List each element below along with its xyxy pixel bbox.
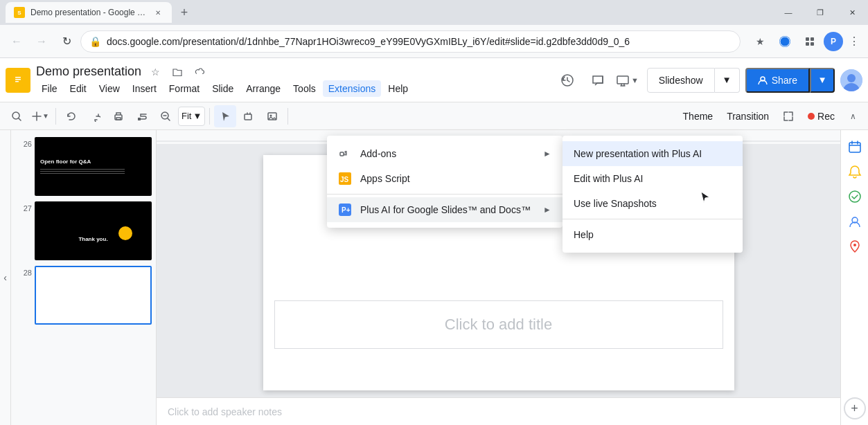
maximize-button[interactable]: ❐: [804, 0, 836, 25]
cloud-button[interactable]: [191, 64, 208, 80]
active-tab[interactable]: S Demo presentation - Google S... ✕: [6, 2, 172, 23]
menu-help[interactable]: Help: [382, 80, 414, 97]
address-right-icons: ★ P ⋮: [749, 30, 862, 53]
menu-extensions[interactable]: Extensions: [323, 80, 381, 97]
image-tool[interactable]: [261, 105, 283, 127]
new-tab-button[interactable]: +: [175, 3, 194, 22]
maps-icon-button[interactable]: [844, 235, 866, 257]
menu-tools[interactable]: Tools: [287, 80, 321, 97]
print-button[interactable]: [107, 105, 130, 127]
slideshow-button[interactable]: Slideshow: [647, 68, 715, 93]
menu-file[interactable]: File: [36, 80, 63, 97]
plus-button[interactable]: ▼: [29, 105, 51, 127]
comment-button[interactable]: [585, 68, 610, 93]
present-mode-button[interactable]: ▼: [616, 73, 639, 87]
theme-button[interactable]: Theme: [677, 108, 719, 125]
bookmark-button[interactable]: ★: [749, 30, 771, 53]
folder-button[interactable]: [169, 64, 186, 80]
menu-edit[interactable]: Edit: [64, 80, 92, 97]
svg-point-0: [779, 36, 790, 47]
share-button-group: Share ▼: [745, 68, 835, 93]
slide-26-lines: [40, 168, 146, 175]
slide-image-27: Thank you.: [35, 201, 152, 260]
live-snapshots-item[interactable]: Use live Snapshots: [563, 191, 743, 216]
menu-arrange[interactable]: Arrange: [240, 80, 286, 97]
menu-insert[interactable]: Insert: [127, 80, 162, 97]
svg-text:P+: P+: [342, 206, 351, 214]
slide-27-content: Thank you.: [35, 201, 152, 260]
slide-26-content: Open floor for Q&A: [35, 137, 152, 196]
collapse-toolbar-button[interactable]: ∧: [843, 107, 862, 126]
slide-number-26: 26: [15, 140, 32, 148]
tab-close-button[interactable]: ✕: [152, 7, 163, 18]
menu-format[interactable]: Format: [163, 80, 205, 97]
bell-icon-button[interactable]: [844, 161, 866, 183]
profile-button[interactable]: P: [824, 32, 843, 51]
share-button[interactable]: Share: [745, 68, 810, 93]
slide-thumbnail-26[interactable]: 26 Open floor for Q&A: [14, 136, 153, 197]
star-button[interactable]: ☆: [147, 64, 163, 80]
svg-rect-2: [806, 37, 809, 41]
header-right: ▼ Slideshow ▼ Share ▼: [555, 68, 862, 93]
extensions-button[interactable]: [799, 30, 821, 53]
slides-panel: 26 Open floor for Q&A 27: [11, 130, 157, 425]
document-title[interactable]: Demo presentation: [36, 64, 141, 79]
share-label: Share: [772, 75, 797, 86]
back-button[interactable]: ←: [6, 30, 28, 53]
slideshow-dropdown-button[interactable]: ▼: [715, 68, 740, 93]
rec-button[interactable]: Rec: [802, 108, 840, 125]
addons-label: Add-ons: [360, 148, 535, 159]
address-input[interactable]: 🔒 docs.google.com/presentation/d/1dnhbe_…: [80, 30, 741, 53]
plus-ai-menu-item[interactable]: P+ Plus AI for Google Slides™ and Docs™ …: [327, 197, 563, 222]
notes-bar[interactable]: Click to add speaker notes: [157, 397, 840, 425]
separator-2: [209, 108, 210, 125]
google-account-button[interactable]: [774, 30, 796, 53]
apps-script-menu-item[interactable]: JS Apps Script: [327, 166, 563, 191]
app-logo: [6, 68, 30, 93]
cursor-tool[interactable]: [214, 105, 236, 127]
click-title-box[interactable]: Click to add title: [274, 300, 723, 349]
zoom-dropdown-icon: ▼: [193, 111, 202, 121]
svg-rect-5: [811, 42, 814, 46]
window-controls: — ❐ ✕: [772, 0, 868, 25]
plus-help-label: Help: [574, 229, 594, 240]
tab-title: Demo presentation - Google S...: [30, 8, 147, 17]
apps-script-label: Apps Script: [360, 173, 551, 184]
slide-26-title: Open floor for Q&A: [40, 159, 146, 165]
svg-rect-9: [15, 81, 19, 82]
forward-button[interactable]: →: [30, 30, 53, 53]
slide-thumbnail-27[interactable]: 27 Thank you.: [14, 200, 153, 262]
user-avatar[interactable]: [840, 69, 862, 91]
addons-menu-item[interactable]: Add-ons ►: [327, 141, 563, 166]
notes-placeholder: Click to add speaker notes: [168, 406, 282, 417]
browser-menu-button[interactable]: ⋮: [849, 35, 860, 48]
edit-plus-ai-item[interactable]: Edit with Plus AI: [563, 166, 743, 191]
plus-help-item[interactable]: Help: [563, 222, 743, 247]
person-icon-button[interactable]: [844, 210, 866, 233]
new-presentation-item[interactable]: New presentation with Plus AI: [563, 141, 743, 166]
reload-button[interactable]: ↻: [55, 30, 78, 53]
frame-select-tool[interactable]: [238, 105, 260, 127]
redo-button[interactable]: [84, 105, 106, 127]
transition-button[interactable]: Transition: [721, 108, 774, 125]
live-snapshots-label: Use live Snapshots: [574, 198, 657, 209]
check-icon-button[interactable]: [844, 186, 866, 208]
zoom-out-button[interactable]: [154, 105, 177, 127]
slide-thumbnail-28[interactable]: 28: [14, 264, 153, 326]
search-button[interactable]: [6, 105, 28, 127]
minimize-button[interactable]: —: [772, 0, 804, 25]
present-full-button[interactable]: [777, 105, 799, 127]
toolbar-right: Theme Transition Rec ∧: [677, 105, 862, 127]
menu-view[interactable]: View: [94, 80, 125, 97]
close-button[interactable]: ✕: [836, 0, 868, 25]
collapse-panel-button[interactable]: ‹: [0, 130, 11, 425]
history-button[interactable]: [555, 68, 580, 93]
share-dropdown-button[interactable]: ▼: [810, 68, 835, 93]
paint-format-button[interactable]: [131, 105, 153, 127]
add-sidebar-button[interactable]: +: [844, 397, 866, 419]
zoom-selector[interactable]: Fit ▼: [178, 107, 205, 126]
calendar-icon-button[interactable]: [844, 136, 866, 158]
separator-1: [55, 108, 56, 125]
menu-slide[interactable]: Slide: [206, 80, 239, 97]
undo-button[interactable]: [60, 105, 82, 127]
